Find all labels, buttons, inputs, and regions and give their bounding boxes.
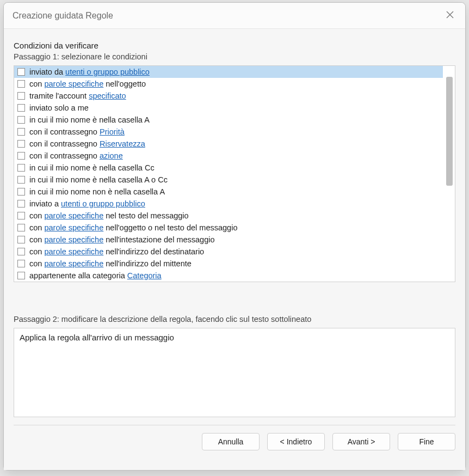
condition-text-pre: in cui il mio nome non è nella casella A bbox=[29, 187, 165, 196]
condition-row[interactable]: inviato da utenti o gruppo pubblico bbox=[14, 66, 443, 78]
condition-text-pre: in cui il mio nome è nella casella Cc bbox=[29, 163, 155, 172]
condition-checkbox[interactable] bbox=[17, 188, 25, 196]
condition-label: con parole specifiche nell'oggetto o nel… bbox=[29, 223, 237, 232]
condition-checkbox[interactable] bbox=[17, 248, 25, 255]
condition-text-pre: con il contrassegno bbox=[29, 127, 100, 136]
condition-text-pre: con bbox=[29, 235, 44, 244]
condition-row[interactable]: inviato solo a me bbox=[14, 102, 443, 114]
condition-link[interactable]: specificato bbox=[89, 91, 126, 100]
rule-description-box[interactable]: Applica la regola all'arrivo di un messa… bbox=[14, 328, 455, 417]
condition-checkbox[interactable] bbox=[17, 212, 25, 219]
condition-label: in cui il mio nome non è nella casella A bbox=[29, 187, 165, 196]
dialog-body: Condizioni da verificare Passaggio 1: se… bbox=[4, 29, 465, 470]
titlebar: Creazione guidata Regole bbox=[4, 3, 465, 29]
condition-label: inviato a utenti o gruppo pubblico bbox=[29, 199, 145, 208]
condition-label: con parole specifiche nell'indirizzo del… bbox=[29, 259, 192, 268]
condition-link[interactable]: Categoria bbox=[127, 271, 162, 280]
condition-label: con parole specifiche nell'indirizzo del… bbox=[29, 247, 204, 256]
condition-link[interactable]: parole specifiche bbox=[44, 259, 103, 268]
condition-label: con parole specifiche nel testo del mess… bbox=[29, 211, 189, 220]
condition-link[interactable]: Riservatezza bbox=[100, 139, 145, 148]
condition-row[interactable]: tramite l'account specificato bbox=[14, 90, 443, 102]
condition-text-pre: inviato a bbox=[29, 199, 61, 208]
condition-row[interactable]: in cui il mio nome non è nella casella A bbox=[14, 186, 443, 198]
condition-text-pre: in cui il mio nome è nella casella A bbox=[29, 115, 150, 124]
condition-checkbox[interactable] bbox=[17, 176, 25, 184]
next-button[interactable]: Avanti > bbox=[332, 433, 390, 450]
rule-description-text: Applica la regola all'arrivo di un messa… bbox=[20, 333, 174, 342]
condition-checkbox[interactable] bbox=[17, 92, 25, 100]
condition-row[interactable]: in cui il mio nome è nella casella Cc bbox=[14, 162, 443, 174]
condition-row[interactable]: con parole specifiche nel testo del mess… bbox=[14, 210, 443, 222]
condition-checkbox[interactable] bbox=[17, 104, 25, 112]
condition-text-pre: tramite l'account bbox=[29, 91, 89, 100]
close-button[interactable] bbox=[440, 6, 460, 26]
condition-text-post: nell'oggetto bbox=[103, 80, 146, 88]
condition-checkbox[interactable] bbox=[17, 68, 25, 76]
condition-text-post: nell'indirizzo del destinatario bbox=[103, 247, 204, 256]
condition-row[interactable]: appartenente alla categoria Categoria bbox=[14, 270, 443, 282]
condition-row[interactable]: con il contrassegno Priorità bbox=[14, 126, 443, 138]
condition-text-post: nell'intestazione del messaggio bbox=[103, 235, 214, 244]
finish-button[interactable]: Fine bbox=[398, 433, 455, 450]
scrollbar-thumb[interactable] bbox=[446, 77, 453, 186]
condition-link[interactable]: utenti o gruppo pubblico bbox=[61, 199, 145, 208]
condition-link[interactable]: parole specifiche bbox=[44, 211, 103, 220]
condition-checkbox[interactable] bbox=[17, 224, 25, 231]
condition-label: in cui il mio nome è nella casella Cc bbox=[29, 163, 155, 172]
condition-label: con parole specifiche nell'oggetto bbox=[29, 80, 146, 88]
step2-label: Passaggio 2: modificare la descrizione d… bbox=[14, 315, 455, 324]
spacer bbox=[14, 282, 455, 314]
condition-checkbox[interactable] bbox=[17, 152, 25, 160]
condition-text-pre: appartenente alla categoria bbox=[29, 271, 127, 280]
condition-label: con il contrassegno Riservatezza bbox=[29, 139, 145, 148]
button-bar: Annulla < Indietro Avanti > Fine bbox=[14, 433, 455, 451]
condition-row[interactable]: con parole specifiche nell'oggetto o nel… bbox=[14, 222, 443, 234]
condition-text-pre: con bbox=[29, 223, 44, 232]
condition-checkbox[interactable] bbox=[17, 140, 25, 148]
condition-link[interactable]: parole specifiche bbox=[44, 80, 103, 88]
condition-text-pre: con bbox=[29, 259, 44, 268]
condition-checkbox[interactable] bbox=[17, 200, 25, 208]
condition-row[interactable]: con parole specifiche nell'intestazione … bbox=[14, 234, 443, 246]
condition-link[interactable]: parole specifiche bbox=[44, 223, 103, 232]
condition-row[interactable]: con parole specifiche nell'indirizzo del… bbox=[14, 258, 443, 270]
condition-checkbox[interactable] bbox=[17, 272, 25, 279]
condition-row[interactable]: con il contrassegno azione bbox=[14, 150, 443, 162]
condition-link[interactable]: parole specifiche bbox=[44, 235, 103, 244]
condition-checkbox[interactable] bbox=[17, 260, 25, 267]
condition-label: con parole specifiche nell'intestazione … bbox=[29, 235, 215, 244]
condition-text-post: nel testo del messaggio bbox=[103, 211, 188, 220]
condition-link[interactable]: azione bbox=[100, 151, 123, 160]
condition-row[interactable]: con parole specifiche nell'oggetto bbox=[14, 78, 443, 90]
back-button[interactable]: < Indietro bbox=[267, 433, 325, 450]
condition-text-pre: con bbox=[29, 247, 44, 256]
condition-row[interactable]: con il contrassegno Riservatezza bbox=[14, 138, 443, 150]
condition-row[interactable]: in cui il mio nome è nella casella A o C… bbox=[14, 174, 443, 186]
condition-row[interactable]: in cui il mio nome è nella casella A bbox=[14, 114, 443, 126]
separator bbox=[14, 425, 455, 425]
condition-text-pre: in cui il mio nome è nella casella A o C… bbox=[29, 175, 168, 184]
condition-label: in cui il mio nome è nella casella A bbox=[29, 115, 150, 124]
condition-row[interactable]: inviato a utenti o gruppo pubblico bbox=[14, 198, 443, 210]
condition-label: appartenente alla categoria Categoria bbox=[29, 271, 162, 280]
condition-link[interactable]: Priorità bbox=[100, 127, 125, 136]
condition-checkbox[interactable] bbox=[17, 80, 25, 88]
condition-link[interactable]: utenti o gruppo pubblico bbox=[65, 68, 150, 76]
condition-label: inviato solo a me bbox=[29, 103, 89, 112]
condition-label: in cui il mio nome è nella casella A o C… bbox=[29, 175, 168, 184]
scrollbar[interactable] bbox=[445, 67, 454, 280]
cancel-button[interactable]: Annulla bbox=[202, 433, 260, 450]
conditions-listbox[interactable]: inviato da utenti o gruppo pubblicocon p… bbox=[14, 65, 455, 282]
condition-checkbox[interactable] bbox=[17, 116, 25, 124]
condition-checkbox[interactable] bbox=[17, 236, 25, 243]
condition-text-pre: inviato da bbox=[29, 68, 65, 76]
condition-link[interactable]: parole specifiche bbox=[44, 247, 103, 256]
condition-checkbox[interactable] bbox=[17, 164, 25, 172]
step1-label: Passaggio 1: selezionare le condizioni bbox=[14, 52, 455, 61]
rules-wizard-dialog: Creazione guidata Regole Condizioni da v… bbox=[3, 2, 466, 471]
condition-row[interactable]: con parole specifiche nell'indirizzo del… bbox=[14, 246, 443, 258]
condition-label: con il contrassegno azione bbox=[29, 151, 123, 160]
condition-checkbox[interactable] bbox=[17, 128, 25, 136]
condition-label: inviato da utenti o gruppo pubblico bbox=[29, 68, 150, 76]
